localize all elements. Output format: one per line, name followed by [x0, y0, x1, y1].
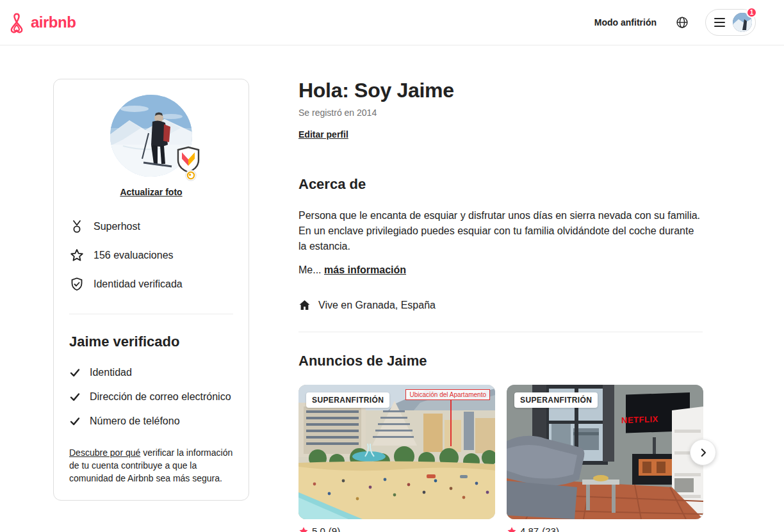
stat-reviews: 156 evaluaciones [69, 248, 233, 263]
member-since: Se registró en 2014 [298, 108, 703, 118]
check-icon [69, 415, 81, 427]
globe-icon[interactable] [673, 13, 691, 31]
listings-heading: Anuncios de Jaime [298, 353, 703, 369]
rating-star-icon [507, 526, 517, 532]
content-area: Actualizar foto Superhost [0, 45, 784, 532]
hamburger-icon [714, 18, 725, 27]
profile-page: airbnb Modo anfitrión [0, 0, 784, 532]
verified-item-label: Identidad [90, 367, 132, 378]
profile-stats: Superhost 156 evaluaciones [69, 219, 233, 292]
profile-photo-wrap [110, 95, 192, 177]
listing-image[interactable]: SUPERANFITRIÓN NETFLIX [507, 385, 703, 519]
stat-superhost: Superhost [69, 219, 233, 234]
rating-star-icon [298, 526, 309, 532]
top-header: airbnb Modo anfitrión [0, 0, 784, 45]
verified-list: Identidad Dirección de correo electrónic… [69, 367, 233, 427]
rating-count: (9) [329, 526, 340, 532]
verified-heading: Jaime verificado [69, 334, 233, 350]
verified-item-label: Número de teléfono [90, 415, 180, 427]
carousel-next-button[interactable] [690, 439, 716, 465]
update-photo-link[interactable]: Actualizar foto [69, 187, 233, 197]
rating-value: 5,0 [312, 526, 325, 532]
superhost-label-badge: SUPERANFITRIÓN [514, 392, 598, 408]
airbnb-belo-icon [6, 12, 27, 33]
superhost-medal-icon [69, 219, 85, 234]
superhost-label-badge: SUPERANFITRIÓN [306, 392, 389, 408]
stat-label: Identidad verificada [94, 278, 183, 290]
about-section: Acerca de Persona que le encanta de esqu… [298, 176, 703, 311]
edit-profile-link[interactable]: Editar perfil [298, 129, 348, 140]
listings-carousel: SUPERANFITRIÓN Ubicación del Apartamento… [298, 385, 703, 532]
verified-item-identity: Identidad [69, 367, 233, 378]
home-icon [298, 299, 311, 311]
check-icon [69, 391, 81, 403]
verified-item-label: Dirección de correo electrónico [90, 391, 231, 403]
card-divider [69, 314, 233, 314]
notification-badge: 1 [746, 7, 757, 18]
stat-label: 156 evaluaciones [94, 250, 174, 261]
airbnb-logo-text: airbnb [31, 13, 76, 31]
listing-rating-row: 4,87 (23) [507, 526, 703, 532]
listing-image[interactable]: SUPERANFITRIÓN Ubicación del Apartamento [298, 385, 495, 519]
section-divider [298, 332, 703, 332]
stat-identity: Identidad verificada [69, 277, 233, 292]
lives-in-text: Vive en Granada, España [318, 300, 436, 311]
listings-section: Anuncios de Jaime [298, 353, 703, 532]
map-location-pointer-line [450, 400, 452, 446]
page-title: Hola: Soy Jaime [298, 79, 703, 102]
star-icon [69, 248, 85, 263]
lives-in-row: Vive en Granada, España [298, 299, 703, 311]
superhost-badge-icon [176, 146, 201, 182]
user-menu-pill[interactable]: 1 [705, 9, 756, 36]
about-truncated: Me... [298, 264, 322, 275]
listing-card-2[interactable]: SUPERANFITRIÓN NETFLIX 4,87 (23) Casa/ap… [507, 385, 703, 532]
profile-main: Hola: Soy Jaime Se registró en 2014 Edit… [298, 79, 703, 532]
about-paragraph: Persona que le encanta de esquiar y disf… [298, 208, 703, 254]
more-info-link[interactable]: más información [324, 264, 406, 275]
verified-item-phone: Número de teléfono [69, 415, 233, 427]
about-heading: Acerca de [298, 176, 703, 193]
chevron-right-icon [698, 447, 709, 458]
listing-rating-row: 5,0 (9) [298, 526, 495, 532]
shield-check-icon [69, 277, 85, 292]
check-icon [69, 367, 81, 378]
map-location-label: Ubicación del Apartamento [405, 389, 490, 400]
learn-why-link[interactable]: Descubre por qué [69, 447, 140, 458]
rating-count: (23) [542, 526, 559, 532]
netflix-logo-text: NETFLIX [621, 414, 658, 425]
host-mode-link[interactable]: Modo anfitrión [592, 12, 659, 33]
stat-label: Superhost [94, 221, 140, 232]
airbnb-logo[interactable]: airbnb [6, 12, 76, 33]
profile-summary-card: Actualizar foto Superhost [53, 79, 249, 501]
rating-value: 4,87 [520, 526, 539, 532]
verified-item-email: Dirección de correo electrónico [69, 391, 233, 403]
header-actions: Modo anfitrión [592, 9, 756, 36]
about-more-line: Me... más información [298, 264, 703, 276]
listing-card-1[interactable]: SUPERANFITRIÓN Ubicación del Apartamento… [298, 385, 495, 532]
verification-note: Descubre por qué verificar la informació… [69, 446, 233, 485]
